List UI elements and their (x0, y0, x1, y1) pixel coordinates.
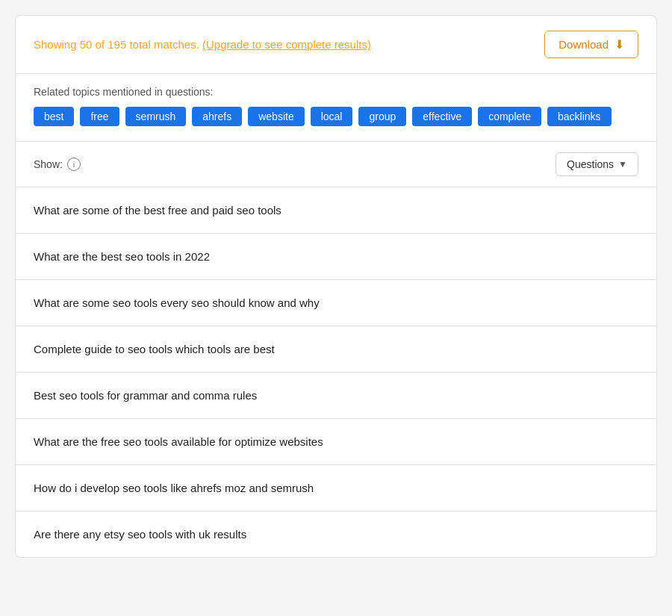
chevron-down-icon: ▼ (618, 159, 627, 169)
question-list: What are some of the best free and paid … (16, 187, 656, 557)
question-item[interactable]: Best seo tools for grammar and comma rul… (16, 373, 656, 419)
topic-tag[interactable]: complete (478, 107, 541, 126)
topic-tag[interactable]: free (80, 107, 119, 126)
show-label-group: Show: i (34, 158, 81, 171)
topic-tag[interactable]: ahrefs (192, 107, 242, 126)
question-item[interactable]: Complete guide to seo tools which tools … (16, 326, 656, 373)
related-section: Related topics mentioned in questions: b… (16, 74, 656, 142)
top-bar: Showing 50 of 195 total matches. (Upgrad… (16, 16, 656, 74)
question-item[interactable]: How do i develop seo tools like ahrefs m… (16, 465, 656, 511)
download-label: Download (559, 38, 609, 51)
matches-info: Showing 50 of 195 total matches. (Upgrad… (34, 38, 371, 51)
questions-dropdown[interactable]: Questions ▼ (556, 152, 638, 176)
topic-tag[interactable]: local (311, 107, 353, 126)
topic-tag[interactable]: best (34, 107, 74, 126)
upgrade-link[interactable]: (Upgrade to see complete results) (202, 38, 371, 51)
topic-tag[interactable]: backlinks (547, 107, 612, 126)
topic-tag[interactable]: website (248, 107, 304, 126)
question-item[interactable]: What are the free seo tools available fo… (16, 419, 656, 465)
topic-tag[interactable]: semrush (125, 107, 187, 126)
dropdown-label: Questions (567, 158, 614, 170)
show-bar: Show: i Questions ▼ (16, 142, 656, 187)
question-item[interactable]: What are the best seo tools in 2022 (16, 234, 656, 280)
question-item[interactable]: What are some of the best free and paid … (16, 187, 656, 234)
download-button[interactable]: Download ⬇ (544, 31, 638, 58)
main-container: Showing 50 of 195 total matches. (Upgrad… (15, 15, 657, 558)
question-item[interactable]: Are there any etsy seo tools with uk res… (16, 511, 656, 557)
show-text: Show: (34, 158, 63, 170)
matches-text: Showing 50 of 195 total matches. (34, 38, 199, 51)
download-icon: ⬇ (615, 37, 624, 52)
topic-tag[interactable]: group (358, 107, 406, 126)
related-label: Related topics mentioned in questions: (34, 86, 638, 98)
question-item[interactable]: What are some seo tools every seo should… (16, 280, 656, 326)
topic-tag[interactable]: effective (412, 107, 472, 126)
info-icon[interactable]: i (67, 158, 81, 171)
tags-container: bestfreesemrushahrefswebsitelocalgroupef… (34, 107, 638, 126)
